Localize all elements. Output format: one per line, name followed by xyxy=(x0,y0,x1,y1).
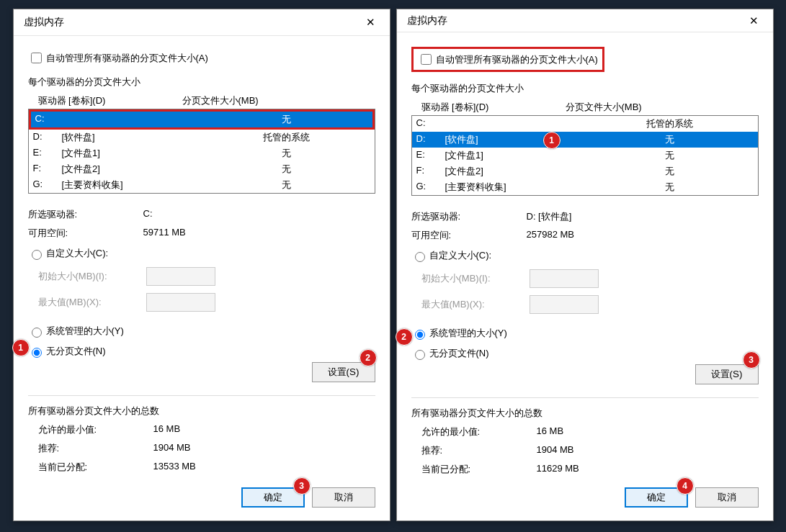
max-size-input xyxy=(530,295,599,314)
list-item[interactable]: E: [文件盘1] 无 xyxy=(412,148,758,163)
radio-custom-size[interactable]: 自定义大小(C): xyxy=(411,249,759,262)
col-size: 分页文件大小(MB) xyxy=(566,101,642,114)
titlebar: 虚拟内存 ✕ xyxy=(14,9,390,36)
list-item[interactable]: F: [文件盘2] 无 xyxy=(412,163,758,179)
radio-nopage-label: 无分页文件(N) xyxy=(429,347,489,360)
selected-drive-v: D: [软件盘] xyxy=(527,210,572,223)
cancel-button[interactable]: 取消 xyxy=(312,487,375,508)
dialog-title: 虚拟内存 xyxy=(407,14,447,27)
col-size: 分页文件大小(MB) xyxy=(182,94,259,107)
radio-custom-size[interactable]: 自定义大小(C): xyxy=(28,247,375,260)
list-item[interactable]: G: [主要资料收集] 无 xyxy=(412,179,758,195)
dialog-body: 自动管理所有驱动器的分页文件大小(A) 每个驱动器的分页文件大小 驱动器 [卷标… xyxy=(397,32,773,520)
radio-custom-input[interactable] xyxy=(415,252,425,262)
auto-manage-checkbox[interactable] xyxy=(421,54,432,65)
list-header: 驱动器 [卷标](D) 分页文件大小(MB) xyxy=(38,94,375,107)
totals-head: 所有驱动器分页文件大小的总数 xyxy=(28,405,375,418)
free-space-v: 257982 MB xyxy=(527,229,575,242)
radio-sysmgd-label: 系统管理的大小(Y) xyxy=(429,327,507,340)
radio-custom-label: 自定义大小(C): xyxy=(46,247,109,260)
auto-manage-label: 自动管理所有驱动器的分页文件大小(A) xyxy=(436,53,598,66)
col-drive: 驱动器 [卷标](D) xyxy=(421,101,566,114)
close-icon[interactable]: ✕ xyxy=(357,12,385,32)
list-item[interactable]: D: [软件盘] 托管的系统 xyxy=(29,130,375,145)
list-item[interactable]: F: [文件盘2] 无 xyxy=(29,161,375,177)
virtual-memory-dialog-right: 虚拟内存 ✕ 自动管理所有驱动器的分页文件大小(A) 每个驱动器的分页文件大小 … xyxy=(396,9,774,521)
per-drive-subhead: 每个驱动器的分页文件大小 xyxy=(411,82,759,95)
radio-nopage-label: 无分页文件(N) xyxy=(46,345,106,358)
virtual-memory-dialog-left: 虚拟内存 ✕ 自动管理所有驱动器的分页文件大小(A) 每个驱动器的分页文件大小 … xyxy=(13,9,390,521)
radio-no-paging[interactable]: 无分页文件(N) xyxy=(28,345,375,358)
initial-size-row: 初始大小(MB)(I): xyxy=(421,269,759,288)
annotation-badge-2: 2 xyxy=(396,328,413,346)
list-item[interactable]: C: 托管的系统 xyxy=(412,116,758,132)
per-drive-subhead: 每个驱动器的分页文件大小 xyxy=(28,76,375,89)
auto-manage-row: 自动管理所有驱动器的分页文件大小(A) xyxy=(28,50,375,66)
list-item[interactable]: E: [文件盘1] 无 xyxy=(29,145,375,161)
initial-size-input xyxy=(530,269,599,288)
selected-drive-k: 所选驱动器: xyxy=(411,210,527,223)
drive-list[interactable]: C: 无 D: [软件盘] 托管的系统 E: [文件盘1] 无 F: xyxy=(28,109,375,194)
list-item[interactable]: D: [软件盘] 1 无 xyxy=(412,132,758,148)
annotation-badge-1: 1 xyxy=(543,132,561,149)
max-size-row: 最大值(MB)(X): xyxy=(38,293,375,312)
radio-sysmgd-input[interactable] xyxy=(32,328,42,338)
list-item[interactable]: C: 无 xyxy=(31,112,372,127)
annotation-badge-4: 4 xyxy=(676,477,694,495)
drive-list[interactable]: C: 托管的系统 D: [软件盘] 1 无 E: [文件盘1] 无 F: xyxy=(411,115,759,196)
radio-nopage-input[interactable] xyxy=(32,348,42,358)
radio-custom-label: 自定义大小(C): xyxy=(429,249,492,262)
cancel-button[interactable]: 取消 xyxy=(695,487,759,508)
annotation-badge-3: 3 xyxy=(293,477,311,495)
totals-head: 所有驱动器分页文件大小的总数 xyxy=(411,407,759,420)
annotation-badge-1: 1 xyxy=(12,339,30,356)
max-size-input xyxy=(146,293,215,312)
list-item[interactable]: G: [主要资料收集] 无 xyxy=(29,177,375,193)
close-icon[interactable]: ✕ xyxy=(740,11,769,31)
initial-size-input xyxy=(146,267,215,286)
selected-drive-v: C: xyxy=(143,208,153,221)
auto-manage-label: 自动管理所有驱动器的分页文件大小(A) xyxy=(46,52,208,65)
radio-nopage-input[interactable] xyxy=(415,350,425,360)
dialog-body: 自动管理所有驱动器的分页文件大小(A) 每个驱动器的分页文件大小 驱动器 [卷标… xyxy=(14,36,390,520)
free-space-v: 59711 MB xyxy=(143,227,186,240)
col-drive: 驱动器 [卷标](D) xyxy=(38,94,182,107)
auto-manage-row: 自动管理所有驱动器的分页文件大小(A) xyxy=(411,47,604,72)
auto-manage-checkbox[interactable] xyxy=(31,53,42,63)
radio-system-managed[interactable]: 系统管理的大小(Y) xyxy=(411,327,759,340)
selected-drive-k: 所选驱动器: xyxy=(28,208,143,221)
annotation-badge-2: 2 xyxy=(359,349,377,366)
annotation-badge-3: 3 xyxy=(743,351,760,369)
radio-system-managed[interactable]: 系统管理的大小(Y) xyxy=(28,325,375,338)
max-size-row: 最大值(MB)(X): xyxy=(421,295,759,314)
radio-no-paging[interactable]: 无分页文件(N) xyxy=(411,347,759,360)
titlebar: 虚拟内存 ✕ xyxy=(397,9,773,32)
list-header: 驱动器 [卷标](D) 分页文件大小(MB) xyxy=(421,101,759,114)
radio-sysmgd-label: 系统管理的大小(Y) xyxy=(46,325,124,338)
free-space-k: 可用空间: xyxy=(411,229,527,242)
radio-custom-input[interactable] xyxy=(32,250,42,260)
free-space-k: 可用空间: xyxy=(28,227,143,240)
initial-size-row: 初始大小(MB)(I): xyxy=(38,267,375,286)
dialog-title: 虚拟内存 xyxy=(24,16,64,29)
radio-sysmgd-input[interactable] xyxy=(415,330,425,340)
